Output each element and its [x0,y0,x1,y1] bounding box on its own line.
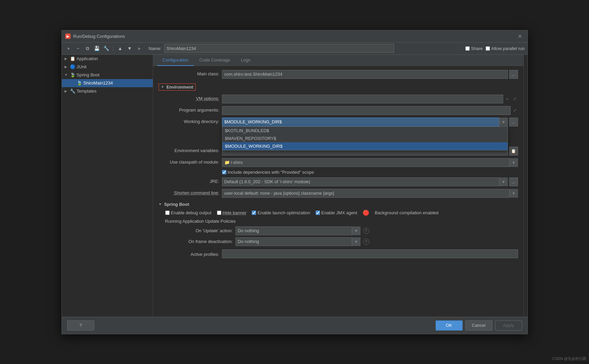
wd-option-kotlin[interactable]: $KOTLIN_BUNDLED$ [222,127,508,135]
wd-option-module[interactable]: $MODULE_WORKING_DIR$ [222,142,508,150]
more-button[interactable]: » [135,44,143,52]
jre-browse-button[interactable]: ... [509,177,518,186]
copy-button[interactable]: ⧉ [83,44,92,52]
jre-row: JRE: Default (1.8.0_202 - SDK of 'i-shir… [158,177,518,186]
save-button[interactable]: 💾 [93,44,101,52]
enable-debug-label[interactable]: Enable debug output [165,210,212,215]
program-args-row: Program arguments: ⤢ [158,106,518,115]
on-frame-row: On frame deactivation: Do nothing Update… [172,237,518,246]
main-class-browse-button[interactable]: ... [509,70,518,79]
ok-button[interactable]: OK [436,320,463,331]
sidebar-item-application[interactable]: ▶ 📋 Application [62,55,153,63]
jre-select[interactable]: Default (1.8.0_202 - SDK of 'i-shiro' mo… [222,177,508,186]
spring-boot-section-header[interactable]: ▼ Spring Boot [158,202,518,207]
on-update-help-icon[interactable]: ? [363,228,369,234]
main-class-input[interactable] [222,70,508,79]
on-update-select[interactable]: Do nothing Update classes and resources … [236,226,361,235]
vm-options-input[interactable] [222,95,503,103]
hide-banner-label[interactable]: Hide banner [217,210,247,215]
enable-launch-checkbox[interactable] [252,211,256,215]
enable-jmx-checkbox[interactable] [316,211,320,215]
toolbar: + − ⧉ 💾 🔧 ▲ ▼ » Name: Share Allow parall… [62,43,527,55]
enable-debug-checkbox[interactable] [165,211,170,215]
apply-button[interactable]: Apply [495,320,522,331]
sidebar-item-springboot[interactable]: ▼ 🍃 Spring Boot [62,71,153,79]
sidebar-item-shiromain[interactable]: 🍃 ShiroMain1234 [62,79,153,87]
hide-banner-checkbox[interactable] [217,211,221,215]
shorten-dropdown-container: user-local default: none - java [options… [222,189,518,198]
expand-icon-springboot[interactable]: ▼ [65,73,69,77]
vm-options-expand-button[interactable]: + [505,95,511,103]
tab-code-coverage[interactable]: Code Coverage [194,55,236,66]
enable-launch-label[interactable]: Enable launch optimization [252,210,310,215]
classpath-label: Use classpath of module: [158,158,219,165]
tab-configuration[interactable]: Configuration [157,55,194,66]
classpath-row: Use classpath of module: 📁 i-shiro ▼ [158,158,518,167]
help-button[interactable]: ? [67,320,94,331]
share-checkbox-label[interactable]: Share [465,46,483,51]
active-profiles-input[interactable] [222,249,518,258]
add-button[interactable]: + [65,44,73,52]
classpath-input-row: 📁 i-shiro ▼ [222,158,518,167]
parallel-run-checkbox[interactable] [486,46,490,51]
scrollbar[interactable] [523,55,527,317]
jre-input-row: Default (1.8.0_202 - SDK of 'i-shiro' mo… [222,177,518,186]
include-deps-spacer [158,170,219,171]
name-row: Name: [149,44,464,53]
footer-left: ? [67,320,94,331]
shorten-select[interactable]: user-local default: none - java [options… [222,189,518,198]
enable-jmx-label[interactable]: Enable JMX agent [316,210,357,215]
on-frame-help-icon[interactable]: ? [363,239,369,245]
config-content: Main class: ... ▼ Environment [153,66,523,317]
vm-options-fullscreen-button[interactable]: ⤢ [512,95,518,103]
wd-select-wrapper: $MODULE_WORKING_DIR$ ▼ $KOTLIN_BUNDLED$ … [222,118,508,126]
environment-expand-icon: ▼ [161,85,165,89]
enable-jmx-text: Enable JMX agent [321,210,357,215]
running-update-section: Running Application Update Policies On '… [165,219,518,246]
config-panel: Configuration Code Coverage Logs Main cl… [153,55,523,317]
tabs: Configuration Code Coverage Logs [153,55,523,66]
sidebar-label-templates: Templates [77,89,97,94]
program-args-fullscreen-button[interactable]: ⤢ [512,106,518,115]
program-args-input[interactable] [222,106,511,115]
include-deps-checkbox-label[interactable]: Include dependencies with "Provided" sco… [222,170,314,175]
sidebar-item-templates[interactable]: ▶ 🔧 Templates [62,87,153,95]
tab-logs[interactable]: Logs [236,55,256,66]
program-args-label: Program arguments: [158,106,219,113]
bg-compilation-label: Background compilation enabled [375,210,439,215]
vm-options-input-row: + ⤢ [222,95,518,103]
working-dir-browse-button[interactable]: ... [509,118,518,126]
move-down-button[interactable]: ▼ [126,44,134,52]
env-vars-edit-button[interactable]: 📋 [509,147,518,155]
sidebar-label-shiromain: ShiroMain1234 [83,80,113,86]
on-frame-select[interactable]: Do nothing Update classes and resources … [236,237,361,246]
include-deps-checkbox[interactable] [222,170,226,174]
move-up-button[interactable]: ▲ [116,44,124,52]
spring-boot-options: Enable debug output Hide banner Enable l… [165,210,518,216]
cancel-button[interactable]: Cancel [465,320,492,331]
share-checkbox[interactable] [465,46,470,51]
jre-label: JRE: [158,177,219,184]
wd-option-maven[interactable]: $MAVEN_REPOSITORY$ [222,135,508,142]
sidebar-item-junit[interactable]: ▶ 🔵 JUnit [62,63,153,71]
remove-button[interactable]: − [74,44,82,52]
parallel-run-checkbox-label[interactable]: Allow parallel run [486,46,525,51]
bg-compilation-error-icon: 🔴 [363,210,369,216]
toolbar-right: Share Allow parallel run [465,46,525,51]
expand-icon[interactable]: ▶ [65,57,69,60]
classpath-select[interactable]: 📁 i-shiro [222,158,518,167]
watermark: CSDN @无皮村氾霸 [553,356,586,361]
shorten-input-row: user-local default: none - java [options… [222,189,518,198]
close-button[interactable]: ✕ [516,32,524,40]
expand-icon-junit[interactable]: ▶ [65,65,69,69]
working-dir-value[interactable]: $MODULE_WORKING_DIR$ [222,118,508,126]
spring-boot-section-label: Spring Boot [164,202,189,207]
jre-dropdown-container: Default (1.8.0_202 - SDK of 'i-shiro' mo… [222,177,508,186]
enable-launch-text: Enable launch optimization [257,210,310,215]
expand-icon-templates[interactable]: ▶ [65,89,69,93]
separator [113,45,114,52]
name-input[interactable] [164,44,394,53]
wrench-button[interactable]: 🔧 [102,44,111,52]
vm-options-row: VM options: + ⤢ [158,95,518,103]
environment-section-header[interactable]: ▼ Environment [158,83,196,91]
